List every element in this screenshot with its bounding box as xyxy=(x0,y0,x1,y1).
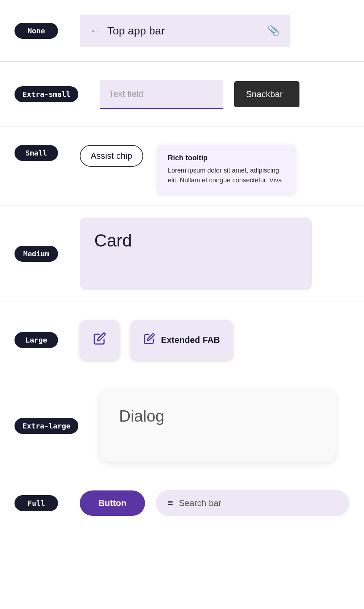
card[interactable]: Card xyxy=(80,218,312,290)
primary-button[interactable]: Button xyxy=(80,490,145,516)
row-extra-small: Extra-small Text field Snackbar xyxy=(0,62,364,127)
content-large: Extended FAB xyxy=(80,320,349,360)
card-title: Card xyxy=(94,231,132,250)
size-badge-extra-small: Extra-small xyxy=(15,86,78,102)
snackbar: Snackbar xyxy=(234,81,299,107)
content-extra-small: Text field Snackbar xyxy=(100,80,349,109)
content-full: Button ≡ Search bar xyxy=(80,490,349,516)
size-badge-extra-large: Extra-large xyxy=(15,418,78,434)
search-bar-placeholder: Search bar xyxy=(179,498,221,508)
search-bar[interactable]: ≡ Search bar xyxy=(156,490,349,516)
row-large: Large Extended FAB xyxy=(0,302,364,378)
size-badge-medium: Medium xyxy=(15,246,58,262)
row-medium: Medium Card xyxy=(0,206,364,302)
row-small: Small Assist chip Rich tooltip Lorem ips… xyxy=(0,127,364,206)
assist-chip-label: Assist chip xyxy=(91,151,132,161)
row-none: None ← Top app bar 📎 xyxy=(0,0,364,62)
content-medium: Card xyxy=(80,218,349,290)
content-none: ← Top app bar 📎 xyxy=(80,14,349,47)
snackbar-label: Snackbar xyxy=(246,89,282,99)
assist-chip[interactable]: Assist chip xyxy=(80,145,143,167)
size-badge-none: None xyxy=(15,23,58,39)
tooltip-body: Lorem ipsum dolor sit amet, adipiscing e… xyxy=(168,166,285,185)
back-icon[interactable]: ← xyxy=(90,25,100,37)
text-field[interactable]: Text field xyxy=(100,80,223,109)
extended-fab-button[interactable]: Extended FAB xyxy=(131,320,233,360)
top-app-bar[interactable]: ← Top app bar 📎 xyxy=(80,14,290,47)
size-badge-full: Full xyxy=(15,495,58,511)
menu-icon: ≡ xyxy=(167,497,173,509)
row-full: Full Button ≡ Search bar xyxy=(0,474,364,532)
extended-fab-edit-icon xyxy=(144,333,155,347)
app-bar-title: Top app bar xyxy=(107,25,267,37)
content-small: Assist chip Rich tooltip Lorem ipsum dol… xyxy=(80,145,349,194)
rich-tooltip: Rich tooltip Lorem ipsum dolor sit amet,… xyxy=(158,145,295,194)
attach-icon[interactable]: 📎 xyxy=(267,25,280,37)
dialog-title: Dialog xyxy=(119,407,164,425)
size-badge-large: Large xyxy=(15,332,58,348)
fab-edit-icon xyxy=(93,332,106,348)
fab-button[interactable] xyxy=(80,320,120,360)
text-field-placeholder: Text field xyxy=(109,89,143,99)
extended-fab-label: Extended FAB xyxy=(161,335,220,345)
button-label: Button xyxy=(98,498,126,508)
row-extra-large: Extra-large Dialog xyxy=(0,378,364,474)
size-badge-small: Small xyxy=(15,145,58,161)
dialog[interactable]: Dialog xyxy=(100,390,336,462)
tooltip-title: Rich tooltip xyxy=(168,154,285,162)
content-extra-large: Dialog xyxy=(100,390,349,462)
